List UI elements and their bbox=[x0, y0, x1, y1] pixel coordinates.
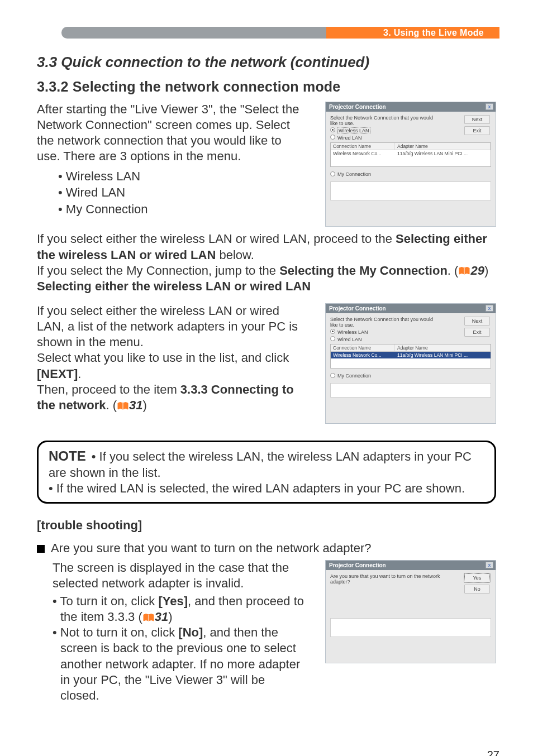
radio-wired[interactable] bbox=[330, 336, 335, 341]
cell-adapter-name: 11a/b/g Wireless LAN Mini PCI ... bbox=[395, 150, 491, 157]
table-row-selected[interactable]: Wireless Network Co... 11a/b/g Wireless … bbox=[331, 352, 491, 358]
close-icon[interactable]: x bbox=[486, 305, 493, 312]
cell-connection-name: Wireless Network Co... bbox=[331, 150, 395, 157]
header-bar: 3. Using the Live Mode bbox=[34, 21, 499, 40]
note-line-2: • If the wired LAN is selected, the wire… bbox=[49, 481, 484, 496]
selecting-lan-p1: If you select either the wireless LAN or… bbox=[37, 303, 305, 350]
troubleshooting-p1: The screen is displayed in the case that… bbox=[53, 560, 304, 591]
selecting-lan-p2: Select what you like to use in the list,… bbox=[37, 350, 305, 381]
note-box: NOTE • If you select the wireless LAN, t… bbox=[37, 441, 496, 504]
book-icon bbox=[117, 402, 129, 410]
adapter-list[interactable]: Connection Name Adapter Name Wireless Ne… bbox=[330, 142, 491, 167]
dialog-instruction: Select the Network Connection that you w… bbox=[330, 317, 442, 328]
close-icon[interactable]: x bbox=[486, 103, 493, 110]
radio-wired-label: Wired LAN bbox=[337, 336, 362, 342]
radio-myconnection[interactable] bbox=[330, 171, 335, 176]
dialog-titlebar: Projector Connection x bbox=[326, 304, 496, 313]
paragraph-selecting-lan: If you select either the wireless LAN or… bbox=[37, 231, 496, 262]
col-adapter-name: Adapter Name bbox=[395, 344, 491, 351]
page-number: 27 bbox=[487, 749, 499, 756]
book-icon bbox=[143, 614, 154, 622]
dialog-lower-panel bbox=[330, 181, 491, 200]
next-button[interactable]: Next bbox=[464, 317, 490, 326]
dialog-titlebar: Projector Connection x bbox=[326, 102, 496, 112]
col-connection-name: Connection Name bbox=[331, 344, 395, 351]
next-button[interactable]: Next bbox=[464, 115, 490, 124]
paragraph-selecting-myconn: If you select the My Connection, jump to… bbox=[37, 263, 496, 279]
square-bullet-icon bbox=[37, 545, 45, 553]
radio-wireless[interactable] bbox=[330, 329, 335, 334]
dialog-titlebar: Projector Connection x bbox=[326, 561, 496, 570]
dialog-title-text: Projector Connection bbox=[329, 562, 386, 568]
dialog-lower-panel bbox=[330, 383, 491, 398]
no-button[interactable]: No bbox=[464, 585, 490, 594]
dialog-title-text: Projector Connection bbox=[329, 104, 386, 110]
table-row[interactable]: Wireless Network Co... 11a/b/g Wireless … bbox=[331, 150, 491, 157]
radio-wired-label: Wired LAN bbox=[337, 135, 362, 140]
col-adapter-name: Adapter Name bbox=[395, 143, 491, 150]
cell-adapter-name: 11a/b/g Wireless LAN Mini PCI ... bbox=[395, 352, 491, 358]
radio-wireless[interactable] bbox=[330, 127, 335, 132]
dialog-instruction: Select the Network Connection that you w… bbox=[330, 115, 442, 126]
radio-wired[interactable] bbox=[330, 135, 335, 140]
list-item: • To turn it on, click [Yes], and then p… bbox=[53, 594, 304, 625]
projector-connection-dialog-2: Projector Connection x Next Exit Select … bbox=[325, 303, 496, 424]
subsection-title: 3.3.2 Selecting the network connection m… bbox=[37, 79, 496, 95]
note-line-1: • If you select the wireless LAN, the wi… bbox=[49, 449, 472, 480]
col-connection-name: Connection Name bbox=[331, 143, 395, 150]
dialog-confirm-text: Are you sure that you want to turn on th… bbox=[330, 573, 448, 585]
adapter-list[interactable]: Connection Name Adapter Name Wireless Ne… bbox=[330, 344, 491, 369]
breadcrumb: 3. Using the Live Mode bbox=[326, 27, 499, 39]
dialog-title-text: Projector Connection bbox=[329, 305, 386, 312]
cell-connection-name: Wireless Network Co... bbox=[331, 352, 395, 358]
exit-button[interactable]: Exit bbox=[464, 126, 490, 135]
radio-myconnection-label: My Connection bbox=[337, 171, 371, 177]
troubleshooting-question: Are you sure that you want to turn on th… bbox=[37, 540, 496, 556]
radio-wireless-label: Wireless LAN bbox=[337, 127, 370, 134]
radio-myconnection-label: My Connection bbox=[337, 373, 371, 379]
projector-connection-dialog-1: Projector Connection x Next Exit Select … bbox=[325, 102, 496, 227]
list-item: • Not to turn it on, click [No], and the… bbox=[53, 625, 304, 704]
book-icon bbox=[459, 267, 470, 275]
selecting-lan-p3: Then, proceed to the item 3.3.3 Connecti… bbox=[37, 382, 305, 413]
troubleshooting-heading: [trouble shooting] bbox=[37, 518, 496, 533]
yes-button[interactable]: Yes bbox=[464, 573, 490, 582]
intro-paragraph: After starting the "Live Viewer 3", the … bbox=[37, 102, 305, 165]
section-title: 3.3 Quick connection to the network (con… bbox=[37, 54, 496, 71]
radio-wireless-label: Wireless LAN bbox=[337, 329, 368, 335]
radio-myconnection[interactable] bbox=[330, 373, 335, 378]
exit-button[interactable]: Exit bbox=[464, 328, 490, 337]
selecting-lan-heading: Selecting either the wireless LAN or wir… bbox=[37, 279, 496, 294]
dialog-lower-panel bbox=[330, 618, 491, 637]
projector-connection-dialog-3: Projector Connection x Yes No Are you su… bbox=[325, 560, 496, 663]
note-label: NOTE bbox=[49, 448, 86, 463]
close-icon[interactable]: x bbox=[486, 562, 493, 568]
